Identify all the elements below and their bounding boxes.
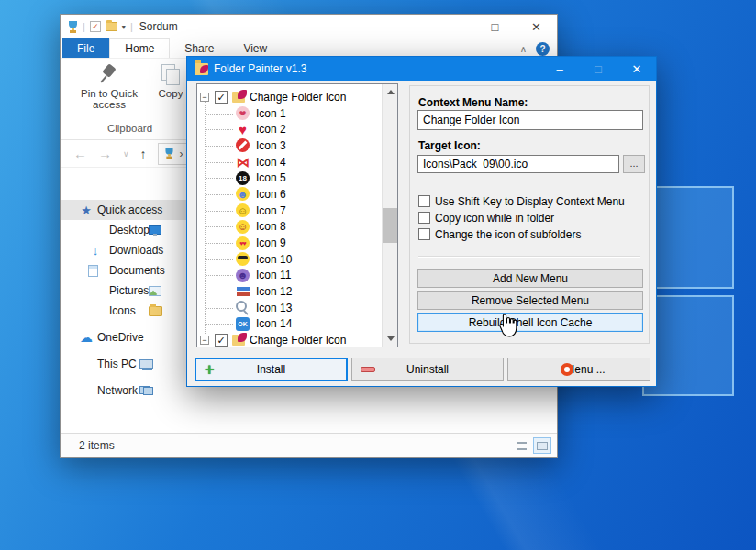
tree-item-label: Icon 13 bbox=[256, 302, 292, 314]
maximize-button[interactable]: □ bbox=[474, 15, 516, 38]
sidebar-item-label: Desktop bbox=[109, 224, 150, 236]
smirk-face-icon bbox=[236, 204, 250, 217]
sidebar-item-label: This PC bbox=[97, 358, 137, 370]
dialog-close-button[interactable]: ✕ bbox=[617, 57, 656, 81]
context-menu-name-input[interactable]: Change Folder Icon bbox=[417, 110, 643, 130]
collapse-ribbon-icon[interactable]: ∧ bbox=[520, 44, 527, 54]
tree-item-icon-11[interactable]: Icon 11 bbox=[197, 268, 382, 284]
recent-locations-chevron-icon[interactable]: ∨ bbox=[123, 149, 129, 159]
tree-item-label: Icon 8 bbox=[256, 220, 286, 233]
checkbox-icon[interactable] bbox=[418, 195, 430, 207]
tree-item-icon-8[interactable]: Icon 8 bbox=[197, 219, 382, 236]
dialog-titlebar[interactable]: Folder Painter v1.3 – □ ✕ bbox=[187, 57, 656, 81]
tab-view[interactable]: View bbox=[228, 38, 282, 58]
tree-item-icon-6[interactable]: Icon 6 bbox=[197, 186, 382, 203]
tree-item-icon-2[interactable]: Icon 2 bbox=[197, 121, 382, 138]
sidebar-item-desktop[interactable]: Desktop✧ bbox=[61, 220, 195, 240]
tree-item-icon-9[interactable]: Icon 9 bbox=[197, 235, 382, 251]
collapse-icon[interactable]: − bbox=[200, 336, 209, 345]
new-folder-icon[interactable] bbox=[106, 22, 117, 31]
smiling-face-icon bbox=[236, 220, 250, 234]
back-icon[interactable]: ← bbox=[73, 146, 87, 161]
add-new-menu-button[interactable]: Add New Menu bbox=[417, 269, 643, 288]
mouse-hand-cursor bbox=[496, 313, 518, 338]
copy-button-label: Copy bbox=[152, 88, 189, 99]
large-icons-view-button[interactable] bbox=[533, 437, 551, 454]
subfolders-option[interactable]: Change the icon of subfolders bbox=[418, 227, 581, 241]
tree-item-icon-12[interactable]: Icon 12 bbox=[197, 283, 382, 300]
network-icon bbox=[139, 386, 153, 395]
rebuild-shell-icon-cache-button[interactable]: Rebuild Shell Icon Cache bbox=[417, 313, 643, 332]
customize-toolbar-chevron-icon[interactable]: ▾ bbox=[122, 23, 126, 31]
tree-item-label: Icon 12 bbox=[256, 285, 292, 298]
copy-icon-option[interactable]: Copy icon while in folder bbox=[418, 211, 554, 225]
tree-item-icon-14[interactable]: Icon 14 bbox=[197, 316, 382, 333]
checkbox-icon[interactable] bbox=[418, 212, 430, 224]
dialog-title: Folder Painter v1.3 bbox=[214, 62, 306, 75]
toolbar-separator: | bbox=[83, 21, 85, 32]
details-view-button[interactable] bbox=[512, 437, 530, 454]
checked-checkbox-icon[interactable]: ✓ bbox=[215, 91, 228, 104]
cloud-icon: ☁ bbox=[79, 330, 94, 345]
details-view-icon bbox=[517, 442, 527, 450]
tree-scrollbar[interactable] bbox=[382, 84, 397, 346]
document-icon bbox=[88, 265, 98, 277]
menu-button[interactable]: Menu ... bbox=[507, 358, 650, 381]
forward-icon[interactable]: → bbox=[98, 146, 112, 161]
folder-painter-dialog: Folder Painter v1.3 – □ ✕ −✓Change Folde… bbox=[186, 56, 657, 387]
tree-item-label: Icon 2 bbox=[256, 123, 286, 136]
minimize-button[interactable]: – bbox=[433, 15, 474, 38]
sidebar-item-this-pc[interactable]: This PC bbox=[61, 354, 195, 374]
tree-root-change-folder-icon[interactable]: −✓Change Folder Icon bbox=[197, 332, 382, 347]
icon-pack-tree: −✓Change Folder IconIcon 1Icon 2Icon 3Ic… bbox=[196, 83, 398, 347]
sidebar-item-pictures[interactable]: Pictures✧ bbox=[61, 280, 195, 301]
sunglasses-face-icon bbox=[236, 252, 250, 266]
tree-item-icon-7[interactable]: Icon 7 bbox=[197, 203, 382, 219]
target-icon-input[interactable]: Icons\Pack_09\00.ico bbox=[417, 155, 619, 173]
tree-item-label: Icon 9 bbox=[256, 236, 286, 249]
tree-item-icon-1[interactable]: Icon 1 bbox=[197, 105, 382, 122]
tab-home[interactable]: Home bbox=[109, 38, 170, 58]
checked-checkbox-icon[interactable]: ✓ bbox=[215, 334, 228, 346]
sidebar-item-onedrive[interactable]: ☁OneDrive bbox=[61, 327, 195, 347]
tree-item-icon-5[interactable]: Icon 5 bbox=[197, 170, 382, 186]
sidebar-item-documents[interactable]: Documents✧ bbox=[61, 260, 195, 280]
tree-item-icon-13[interactable]: Icon 13 bbox=[197, 300, 382, 316]
tree-item-label: Icon 3 bbox=[256, 139, 286, 152]
sidebar-item-downloads[interactable]: ↓Downloads✧ bbox=[61, 240, 195, 260]
tab-share[interactable]: Share bbox=[170, 38, 228, 58]
collapse-icon[interactable]: − bbox=[200, 93, 209, 102]
magnifier-icon bbox=[236, 301, 250, 314]
sidebar-item-network[interactable]: Network bbox=[61, 380, 195, 401]
pin-to-quick-access-button[interactable]: Pin to Quick access bbox=[68, 62, 150, 110]
copy-button[interactable]: Copy bbox=[152, 62, 189, 99]
window-title: Sordum bbox=[139, 20, 178, 33]
laughing-face-icon bbox=[236, 187, 250, 201]
scrollbar-thumb[interactable] bbox=[383, 208, 398, 243]
tree-item-icon-10[interactable]: Icon 10 bbox=[197, 251, 382, 268]
star-icon: ★ bbox=[79, 204, 94, 217]
properties-icon[interactable]: ✓ bbox=[90, 21, 101, 32]
dialog-minimize-button[interactable]: – bbox=[540, 57, 579, 81]
remove-selected-menu-button[interactable]: Remove Selected Menu bbox=[417, 291, 643, 310]
tree-item-icon-4[interactable]: Icon 4 bbox=[197, 154, 382, 170]
browse-button[interactable]: ... bbox=[623, 155, 645, 173]
sidebar-item-quick-access[interactable]: ★Quick access bbox=[61, 200, 195, 220]
tree-item-icon-3[interactable]: Icon 3 bbox=[197, 138, 382, 154]
help-icon[interactable]: ? bbox=[536, 42, 550, 56]
scroll-down-icon[interactable] bbox=[383, 331, 398, 346]
sidebar-item-icons[interactable]: Icons bbox=[61, 301, 195, 321]
settings-groupbox: Context Menu Name: Change Folder Icon Ta… bbox=[409, 85, 650, 344]
scroll-up-icon[interactable] bbox=[383, 84, 398, 100]
folder-painter-app-icon bbox=[195, 63, 208, 75]
explorer-titlebar[interactable]: | ✓ ▾ | Sordum – □ ✕ bbox=[61, 15, 557, 38]
uninstall-button[interactable]: Uninstall bbox=[351, 358, 504, 381]
close-button[interactable]: ✕ bbox=[516, 15, 557, 38]
tab-file[interactable]: File bbox=[62, 38, 109, 58]
shift-key-option[interactable]: Use Shift Key to Display Context Menu bbox=[418, 194, 625, 208]
install-button[interactable]: + Install bbox=[195, 358, 348, 381]
up-icon[interactable]: ↑ bbox=[140, 147, 147, 161]
breadcrumb-chevron-icon: › bbox=[180, 148, 183, 160]
tree-root-change-folder-icon[interactable]: −✓Change Folder Icon bbox=[197, 89, 382, 105]
checkbox-icon[interactable] bbox=[418, 228, 430, 240]
